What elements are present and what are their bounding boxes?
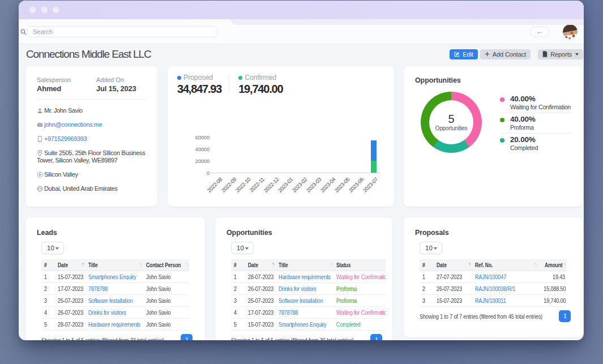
x-axis-line <box>211 173 380 173</box>
column-header[interactable]: Title↑↓ <box>85 259 143 271</box>
table-cell: 25-07-2023 <box>245 295 276 307</box>
table-cell-link[interactable]: 7878788 <box>85 283 143 295</box>
x-axis-tick-label: 2023-04 <box>319 176 336 194</box>
window-dot-1 <box>29 7 36 13</box>
add-contact-button[interactable]: Add Contact <box>480 49 531 59</box>
donut-center: 5 Opportunities <box>429 100 473 144</box>
donut-legend-item: 40.00%Waiting for Confirmation <box>500 93 572 113</box>
table-cell: John Savio <box>143 295 189 307</box>
select-caret-icon <box>55 247 59 250</box>
page-size-value: 10 <box>47 245 54 251</box>
search-input[interactable] <box>27 26 217 37</box>
reports-button[interactable]: Reports <box>538 49 583 59</box>
table-cell-link[interactable]: Smartphones Enquiry <box>276 319 333 331</box>
legend-dot <box>500 138 504 143</box>
contact-link[interactable]: john@connections.me <box>44 121 102 128</box>
donut-chart: 5 Opportunities <box>421 92 482 153</box>
table-cell: 5 <box>41 319 55 331</box>
donut-legend-value: 20.00% <box>510 136 572 144</box>
x-axis-tick-label: 2022-08 <box>206 176 223 194</box>
x-axis-tick-label: 2023-07 <box>361 176 379 194</box>
table-footer: Showing 1 to 5 of 5 entries (filtered fr… <box>41 334 189 340</box>
page-size-select[interactable]: 10 <box>231 242 254 254</box>
table-row: 528-07-2023Hardware requirementsJohn Sav… <box>41 319 189 331</box>
contact-link[interactable]: +971529969393 <box>44 135 87 142</box>
column-header[interactable]: Status↑↓ <box>333 259 386 271</box>
add-contact-button-label: Add Contact <box>493 51 526 58</box>
table-cell-link[interactable]: Software Installation <box>276 295 333 307</box>
contact-line: Silicon Valley <box>37 171 146 178</box>
y-axis-tick-label: 0 <box>176 170 209 176</box>
table-cell-link[interactable]: 7878788 <box>276 307 333 319</box>
table-cell-link[interactable]: Hardware requirements <box>85 319 143 331</box>
table-row: 426-07-2023Drinks for visitorsJohn Savio <box>41 307 189 319</box>
table-row: 417-07-20237878788Waiting for Confirmati… <box>231 307 386 319</box>
pagination-page-1[interactable]: 1 <box>181 334 193 340</box>
sort-icon: ↑↓ <box>534 262 536 267</box>
leads-card: Leads10#Date↑↓Title↑↓Contact Person↑↓115… <box>25 217 205 340</box>
table-cell-link[interactable]: Software Installation <box>85 295 143 307</box>
table-cell-link[interactable]: RAJN/100011 <box>472 295 538 307</box>
page-size-select[interactable]: 10 <box>420 242 442 254</box>
table-cell-link[interactable]: Smartphones Enquiry <box>85 271 143 283</box>
sort-icon: ↑↓ <box>82 262 84 267</box>
table-row: 325-07-2023Software InstallationProforma <box>231 295 386 307</box>
sort-icon: ↑↓ <box>468 262 471 267</box>
table-cell: 17-07-2023 <box>245 307 276 319</box>
column-header[interactable]: Title↑↓ <box>276 259 333 271</box>
data-table: #Date↑↓Ref. No.↑↓Amount↑↓127-07-2023RAJN… <box>420 259 567 307</box>
column-header[interactable]: # <box>420 259 434 271</box>
pagination-page-1[interactable]: 1 <box>370 334 382 340</box>
table-cell: 15,088.50 <box>538 283 567 295</box>
page-size-select[interactable]: 10 <box>41 242 64 254</box>
table-cell: 15-07-2023 <box>55 271 85 283</box>
select-caret-icon <box>245 247 249 250</box>
contact-line: Dubai, United Arab Emirates <box>37 185 146 192</box>
column-header[interactable]: Ref. No.↑↓ <box>472 259 538 271</box>
table-info-text: Showing 1 to 7 of 7 entries (filtered fr… <box>420 310 559 320</box>
table-cell-link[interactable]: Hardware requirements <box>276 271 333 283</box>
y-axis-tick-label: 20000 <box>176 158 209 164</box>
column-header[interactable]: Contact Person↑↓ <box>143 259 189 271</box>
top-navbar: ← <box>19 25 584 44</box>
table-cell: 26-07-2023 <box>434 283 472 295</box>
table-row: 128-07-2023Hardware requirementsWaiting … <box>231 271 386 283</box>
column-header[interactable]: # <box>231 259 245 271</box>
mail-icon <box>37 122 43 128</box>
table-cell-link[interactable]: RAJN/100047 <box>472 271 538 283</box>
edit-button-label: Edit <box>463 51 473 58</box>
user-avatar[interactable] <box>563 24 578 39</box>
table-cell-link[interactable]: RAJN/100038/R/1 <box>472 283 538 295</box>
column-header[interactable]: # <box>41 259 55 271</box>
x-axis-tick-label: 2023-03 <box>305 176 322 194</box>
table-cell: 28-07-2023 <box>245 271 276 283</box>
back-button[interactable]: ← <box>530 27 549 37</box>
data-table: #Date↑↓Title↑↓Contact Person↑↓115-07-202… <box>41 259 189 331</box>
table-cell: 19,740.00 <box>538 295 567 307</box>
column-header[interactable]: Date↑↓ <box>245 259 276 271</box>
donut-center-value: 5 <box>448 113 454 125</box>
x-axis-tick-label: 2022-11 <box>249 176 266 193</box>
table-cell-link[interactable]: Drinks for visitors <box>276 283 333 295</box>
column-header[interactable]: Amount↑↓ <box>538 259 567 271</box>
column-header[interactable]: Date↑↓ <box>55 259 85 271</box>
table-cell: 28-07-2023 <box>55 319 85 331</box>
page-header: Connections Middle East LLC Edit Add Con… <box>19 44 584 66</box>
y-axis-tick-label: 40000 <box>176 146 209 152</box>
table-row: 226-07-2023RAJN/100038/R/115,088.50 <box>420 283 567 295</box>
column-header[interactable]: Date↑↓ <box>434 259 472 271</box>
edit-pencil-icon <box>454 52 460 57</box>
page-size-value: 10 <box>425 245 433 251</box>
table-cell: 26-07-2023 <box>55 307 85 319</box>
sort-icon: ↑↓ <box>185 262 187 267</box>
sort-icon: ↑↓ <box>272 262 274 267</box>
table-footer: Showing 1 to 5 of 5 entries (filtered fr… <box>231 334 377 340</box>
edit-button[interactable]: Edit <box>450 49 478 59</box>
table-row: 217-07-20237878788John Savio <box>41 283 189 295</box>
table-cell: 19.43 <box>538 271 567 283</box>
donut-legend-label: Completed <box>510 144 572 151</box>
table-cell: Completed <box>333 319 386 331</box>
table-card-title: Opportunities <box>226 229 381 237</box>
pagination-page-1[interactable]: 1 <box>559 310 571 322</box>
table-cell-link[interactable]: Drinks for visitors <box>85 307 143 319</box>
